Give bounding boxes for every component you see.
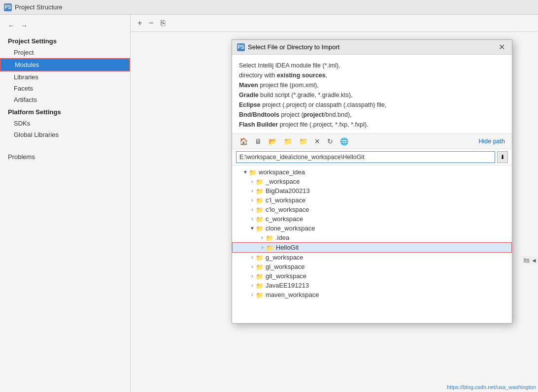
tree-item-c-workspace[interactable]: › 📁 c_workspace — [232, 214, 512, 224]
tree-item-clone-workspace[interactable]: ▼ 📁 clone_workspace — [232, 224, 512, 233]
tree-item-gi-workspace[interactable]: › 📁 gi_workspace — [232, 262, 512, 271]
arrow-maven-workspace: › — [249, 292, 256, 297]
sidebar-item-global-libraries[interactable]: Global Libraries — [0, 129, 130, 140]
dialog-title-text: Select File or Directory to Import — [248, 43, 339, 51]
folder-icon-bigdata: 📁 — [256, 188, 264, 195]
tree-label-g-workspace: g_workspace — [266, 254, 303, 261]
tree-label-bigdata: BigData200213 — [266, 187, 310, 195]
arrow-workspace-idea: ▼ — [242, 169, 249, 175]
up-folder-button[interactable]: 📁 — [281, 136, 295, 146]
tree-label-idea: .idea — [275, 234, 289, 241]
arrow-cl-workspace: › — [249, 197, 256, 203]
back-button[interactable]: ← — [6, 21, 17, 31]
folder-btn2[interactable]: 📁 — [297, 136, 310, 146]
network-button[interactable]: 🌐 — [337, 136, 351, 146]
arrow-idea: › — [259, 235, 266, 240]
tree-label-git-workspace: git_workspace — [266, 272, 306, 280]
tree-item-clo-workspace[interactable]: › 📁 c'lo_workspace — [232, 205, 512, 214]
sidebar-item-modules[interactable]: Modules — [0, 58, 130, 71]
path-input[interactable] — [236, 151, 495, 163]
folder-icon-maven-workspace: 📁 — [256, 292, 264, 298]
folder-icon-cl-workspace: 📁 — [256, 197, 264, 204]
hide-path-button[interactable]: Hide path — [476, 137, 507, 146]
tree-label-c-workspace: c_workspace — [266, 215, 303, 223]
arrow-gi-workspace: › — [249, 264, 256, 269]
tree-item-hellogit[interactable]: › 📁 HelloGit — [232, 242, 512, 253]
folder-icon-workspace-idea: 📁 — [249, 169, 257, 176]
center-toolbar: + − ⎘ — [131, 15, 538, 32]
sidebar-item-problems[interactable]: Problems — [0, 150, 130, 163]
sidebar-item-libraries[interactable]: Libraries — [0, 71, 130, 83]
arrow-g-workspace: › — [249, 255, 256, 260]
tree-item-maven-workspace[interactable]: › 📁 maven_workspace — [232, 290, 512, 299]
folder-icon-clone-workspace: 📁 — [256, 225, 264, 232]
dialog-close-button[interactable]: ✕ — [497, 42, 507, 52]
folder-icon-clo-workspace: 📁 — [256, 206, 264, 213]
tree-label-workspace-idea: workspace_idea — [259, 168, 305, 176]
dialog-toolbar: 🏠 🖥 📂 📁 📁 ✕ ↻ 🌐 Hide path — [232, 134, 512, 149]
tree-item-g-workspace[interactable]: › 📁 g_workspace — [232, 253, 512, 262]
folder-icon-hellogit: 📁 — [266, 244, 274, 251]
dialog-title-left: PS Select File or Directory to Import — [237, 43, 339, 51]
arrow-hellogit: › — [259, 245, 266, 250]
arrow-clone-workspace: ▼ — [249, 226, 256, 231]
tree-label-clone-workspace: clone_workspace — [266, 225, 315, 232]
project-settings-header: Project Settings — [0, 34, 130, 47]
remove-button[interactable]: − — [147, 18, 155, 29]
new-folder-button[interactable]: 📂 — [266, 136, 279, 146]
arrow-c-workspace: › — [249, 216, 256, 222]
path-bar: ⬇ — [232, 149, 512, 165]
refresh-button[interactable]: ↻ — [325, 136, 336, 146]
delete-button[interactable]: ✕ — [312, 136, 323, 146]
dialog-description: Select Intellij IDEA module file (*.iml)… — [232, 55, 512, 134]
sidebar-item-facets[interactable]: Facets — [0, 83, 130, 94]
platform-settings-header: Platform Settings — [0, 105, 130, 118]
tree-label-hellogit: HelloGit — [276, 244, 299, 251]
folder-icon-gi-workspace: 📁 — [256, 263, 264, 270]
tree-item-javaee[interactable]: › 📁 JavaEE191213 — [232, 281, 512, 290]
sidebar: ← → Project Settings Project Modules Lib… — [0, 15, 131, 392]
tree-item-git-workspace[interactable]: › 📁 git_workspace — [232, 271, 512, 281]
folder-icon-idea: 📁 — [266, 234, 273, 241]
folder-icon-javaee: 📁 — [256, 282, 264, 289]
tree-item-bigdata[interactable]: › 📁 BigData200213 — [232, 186, 512, 196]
title-bar-icon: PS — [4, 3, 12, 11]
tree-label-clo-workspace: c'lo_workspace — [266, 206, 309, 213]
folder-icon-git-workspace: 📁 — [256, 273, 264, 280]
tree-item-workspace-idea[interactable]: ▼ 📁 workspace_idea — [232, 167, 512, 177]
dialog-title-bar: PS Select File or Directory to Import ✕ — [232, 40, 512, 55]
tree-item-idea[interactable]: › 📁 .idea — [232, 233, 512, 242]
dialog-title-icon: PS — [237, 43, 245, 51]
tree-label-gi-workspace: gi_workspace — [266, 263, 305, 270]
download-button[interactable]: ⬇ — [497, 151, 508, 163]
file-picker-dialog: PS Select File or Directory to Import ✕ … — [232, 39, 512, 324]
tree-label-javaee: JavaEE191213 — [266, 282, 309, 289]
folder-icon-c-workspace: 📁 — [256, 216, 264, 223]
desktop-button[interactable]: 🖥 — [252, 136, 264, 146]
title-bar-text: Project Structure — [15, 3, 63, 11]
title-bar: PS Project Structure — [0, 0, 538, 15]
folder-icon-workspace: 📁 — [256, 178, 264, 185]
sidebar-item-project[interactable]: Project — [0, 47, 130, 58]
sidebar-item-artifacts[interactable]: Artifacts — [0, 94, 130, 105]
copy-button[interactable]: ⎘ — [159, 18, 168, 29]
main-window: PS Project Structure ← → Project Setting… — [0, 0, 538, 392]
arrow-workspace: › — [249, 179, 256, 184]
arrow-bigdata: › — [249, 188, 256, 194]
tree-label-workspace: _workspace — [266, 178, 300, 185]
file-tree[interactable]: ▼ 📁 workspace_idea › 📁 _workspace › 📁 Bi… — [232, 165, 512, 323]
arrow-javaee: › — [249, 283, 256, 288]
tree-label-cl-workspace: c'l_workspace — [266, 196, 305, 204]
tree-label-maven-workspace: maven_workspace — [266, 291, 319, 298]
forward-button[interactable]: → — [19, 21, 30, 31]
sidebar-item-sdks[interactable]: SDKs — [0, 118, 130, 129]
home-button[interactable]: 🏠 — [237, 136, 250, 146]
right-edge-text: its ◄ — [523, 256, 538, 265]
arrow-clo-workspace: › — [249, 207, 256, 212]
tree-item-cl-workspace[interactable]: › 📁 c'l_workspace — [232, 196, 512, 205]
arrow-git-workspace: › — [249, 273, 256, 279]
add-button[interactable]: + — [135, 18, 144, 29]
tree-item-workspace[interactable]: › 📁 _workspace — [232, 177, 512, 186]
sidebar-nav-row: ← → — [0, 19, 130, 34]
folder-icon-g-workspace: 📁 — [256, 254, 264, 261]
